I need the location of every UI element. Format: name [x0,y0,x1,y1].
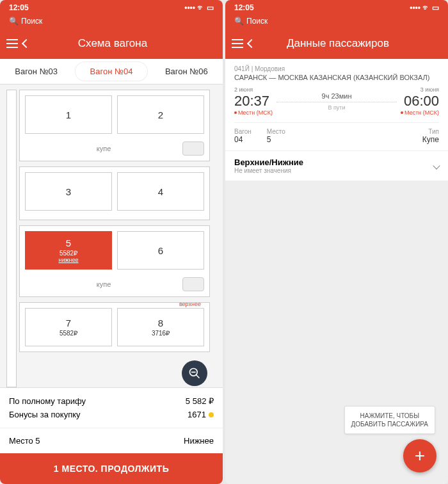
bonus-icon [209,412,214,417]
type-val: Купе [422,135,439,144]
add-passenger-tooltip: НАЖМИТЕ, ЧТОБЫ ДОБАВИТЬ ПАССАЖИРА [344,406,436,434]
seat-3[interactable]: 3 [25,172,112,211]
dep-tz: Местн (МСК) [234,109,273,116]
search-back-row[interactable]: 🔍 Поиск [0,15,223,28]
pref-sub: Не имеет значения [234,167,303,174]
search-icon: 🔍 [234,17,244,26]
page-title: Схема вагона [35,37,191,50]
menu-icon[interactable] [232,39,243,48]
berth-tag: верхнее [179,301,201,307]
wagon-tabs: Вагон №03 Вагон №04 Вагон №06 [0,59,223,85]
wagon-val: 04 [234,135,252,144]
table-icon [182,277,204,291]
status-time: 12:05 [9,3,29,12]
plus-icon: + [415,446,425,466]
compartment: 7 5582₽ верхнее 8 3716₽ [19,302,210,352]
phone-passengers: 12:05 ••••ᯤ▭ 🔍 Поиск Данные пассажиров 0… [225,0,448,484]
status-bar: 12:05 ••••ᯤ▭ [0,0,223,15]
search-label: Поиск [246,17,268,26]
arr-time: 06:00 [404,93,439,109]
wagon-tab-06[interactable]: Вагон №06 [150,59,223,84]
wagon-tab-03[interactable]: Вагон №03 [0,59,72,84]
bonus-value: 1671 [188,410,206,419]
seat-2[interactable]: 2 [117,95,204,134]
wagon-tab-04[interactable]: Вагон №04 [75,61,147,81]
search-label: Поиск [21,17,42,26]
compartment: 5 5582₽ нижнее 6 купе [19,225,210,297]
type-label: Тип [428,128,439,135]
status-bar: 12:05 ••••ᯤ▭ [225,0,448,15]
compartment-label: купе [25,145,182,152]
coach-canvas[interactable]: 1 2 купе 3 4 5 5582₽ нижнее 6 [0,85,223,387]
seat-1[interactable]: 1 [25,95,112,134]
compartment: 1 2 купе [19,90,210,161]
seat-val: 5 [267,135,285,144]
passengers-body: НАЖМИТЕ, ЧТОБЫ ДОБАВИТЬ ПАССАЖИРА + [225,181,448,484]
arr-date: 3 июня [420,86,439,93]
seat-summary-row[interactable]: Место 5 Нижнее [0,428,223,453]
seat-6[interactable]: 6 [117,231,204,270]
route: САРАНСК — МОСКВА КАЗАНСКАЯ (КАЗАНСКИЙ ВО… [234,74,439,81]
svg-line-1 [196,375,200,378]
pref-title: Верхние/Нижние [234,157,303,167]
arr-tz: Местн (МСК) [401,109,439,116]
train-id: 041Й | Мордовия [234,65,439,72]
seat-5[interactable]: 5 5582₽ нижнее [25,231,112,270]
price-summary: По полному тарифу 5 582 ₽ Бонусы за поку… [0,387,223,428]
compartment-label: купе [25,280,182,288]
duration: 9ч 23мин [276,92,397,100]
page-title: Данные пассажиров [260,37,416,50]
full-fare-label: По полному тарифу [9,396,86,406]
berth-preference-row[interactable]: Верхние/Нижние Не имеет значения [225,150,448,181]
seat-4[interactable]: 4 [117,172,204,211]
duration-sub: В пути [276,104,397,111]
zoom-out-button[interactable] [182,360,207,386]
full-fare-value: 5 582 ₽ [186,396,214,406]
trip-card: 041Й | Мордовия САРАНСК — МОСКВА КАЗАНСК… [225,59,448,150]
status-icons: ••••ᯤ▭ [184,3,214,12]
compartment: 3 4 [19,166,210,220]
bonus-label: Бонусы за покупку [9,410,81,419]
menu-icon[interactable] [6,39,18,48]
wagon-label: Вагон [234,128,252,135]
search-icon: 🔍 [9,17,19,26]
seat-7[interactable]: 7 5582₽ [25,308,112,346]
continue-button[interactable]: 1 МЕСТО. ПРОДОЛЖИТЬ [0,453,223,484]
search-back-row[interactable]: 🔍 Поиск [225,15,448,28]
dep-time: 20:37 [234,93,273,109]
status-time: 12:05 [234,3,254,12]
header: Данные пассажиров [225,28,448,59]
selected-seat: Место 5 [9,436,40,446]
header: Схема вагона [0,28,223,59]
seat-label: Место [267,128,285,135]
dep-date: 2 июня [234,86,273,93]
status-icons: ••••ᯤ▭ [410,3,439,12]
back-icon[interactable] [22,39,31,48]
seat-8[interactable]: верхнее 8 3716₽ [117,308,204,346]
chevron-down-icon [433,162,440,169]
corridor [6,90,17,387]
add-passenger-button[interactable]: + [403,439,436,472]
selected-berth: Нижнее [184,436,214,446]
table-icon [182,141,204,156]
back-icon[interactable] [247,39,256,48]
phone-coach-scheme: 12:05 ••••ᯤ▭ 🔍 Поиск Схема вагона Вагон … [0,0,223,484]
